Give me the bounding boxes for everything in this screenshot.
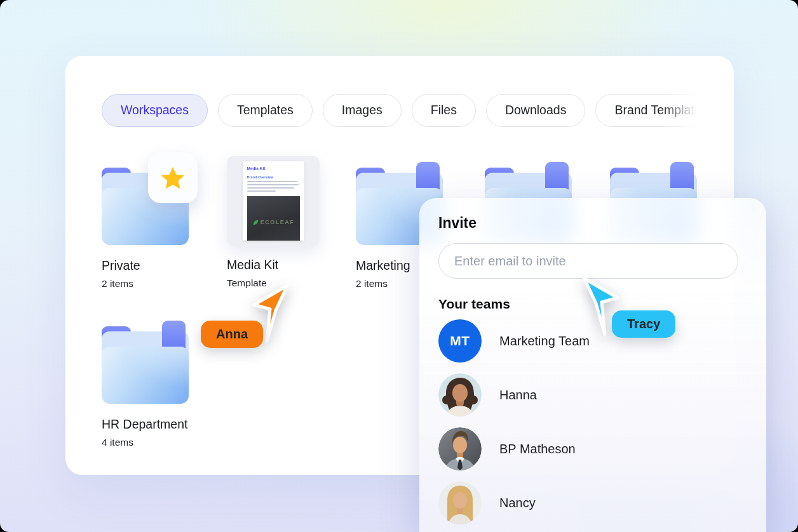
invite-email-input[interactable] <box>438 243 738 279</box>
tile-media-kit[interactable]: Media Kit Brand Overview ECOLEAF Media K… <box>227 156 354 289</box>
tab-brand-templates[interactable]: Brand Templates <box>595 94 697 127</box>
doc-heading: Brand Overview <box>247 175 300 179</box>
doc-logo-text: ECOLEAF <box>260 219 295 225</box>
folder-icon <box>102 321 189 404</box>
invite-panel-title: Invite <box>438 215 747 232</box>
member-name: Nancy <box>499 496 536 510</box>
cursor-label-anna: Anna <box>201 321 263 348</box>
avatar-bp-matheson <box>438 427 482 470</box>
tab-templates[interactable]: Templates <box>218 94 313 127</box>
avatar-nancy <box>438 481 482 524</box>
star-badge-icon <box>148 152 198 203</box>
your-teams-heading: Your teams <box>438 296 747 312</box>
template-page: Media Kit Brand Overview ECOLEAF <box>243 161 304 241</box>
list-item-hanna[interactable]: Hanna <box>438 373 747 416</box>
tab-bar: Workspaces Templates Images Files Downlo… <box>102 94 697 130</box>
tab-workspaces[interactable]: Workspaces <box>102 94 208 127</box>
template-thumbnail: Media Kit Brand Overview ECOLEAF <box>227 156 320 246</box>
tab-files[interactable]: Files <box>412 94 476 127</box>
ecoleaf-logo-image: ECOLEAF <box>247 196 300 241</box>
tile-meta: Template <box>227 277 354 289</box>
tile-name: HR Department <box>102 417 229 432</box>
list-item-bp-matheson[interactable]: BP Matheson <box>438 427 747 470</box>
member-name: Hanna <box>499 388 537 402</box>
app-screen: Workspaces Templates Images Files Downlo… <box>0 0 798 532</box>
avatar-hanna <box>438 373 482 416</box>
tile-name: Media Kit <box>227 258 354 272</box>
tile-meta: 4 items <box>102 437 229 448</box>
invite-panel: Invite Your teams MT Marketing Team <box>419 198 766 532</box>
tab-downloads[interactable]: Downloads <box>486 94 585 127</box>
member-name: Marketing Team <box>499 334 590 349</box>
list-item-nancy[interactable]: Nancy <box>438 481 747 524</box>
tab-images[interactable]: Images <box>323 94 402 127</box>
avatar-marketing-team: MT <box>438 319 482 362</box>
doc-title: Media Kit <box>247 166 300 171</box>
team-list: MT Marketing Team <box>438 319 747 524</box>
tile-private[interactable]: Private 2 items <box>102 152 229 289</box>
list-item-marketing-team[interactable]: MT Marketing Team <box>438 319 747 362</box>
member-name: BP Matheson <box>499 442 576 456</box>
cursor-label-tracy: Tracy <box>612 310 675 338</box>
tile-meta: 2 items <box>102 278 229 289</box>
leaf-icon <box>252 219 259 226</box>
tile-name: Private <box>102 258 229 273</box>
